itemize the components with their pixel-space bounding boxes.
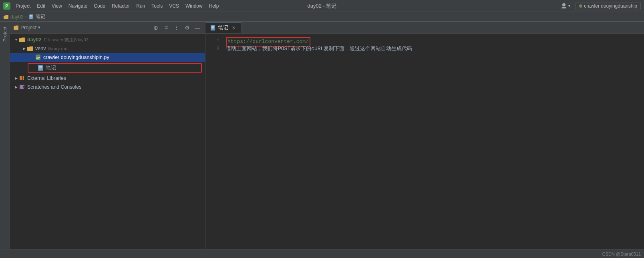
- crawler-py-label: crawler douyingduanshipin.py: [43, 55, 109, 60]
- svg-rect-19: [23, 76, 24, 80]
- chevron-down-icon: ▾: [568, 4, 570, 8]
- day02-path: E:\crawler(爬虫)\day02: [44, 37, 88, 43]
- menu-bar: Project Edit View Navigate Code Refactor…: [13, 2, 559, 10]
- svg-rect-3: [4, 16, 8, 19]
- title-right: ▾ crawler douyingduanship: [559, 2, 641, 10]
- breadcrumb: day02 › 笔记: [0, 12, 644, 22]
- menu-window[interactable]: Window: [183, 2, 205, 10]
- status-right: CSDN @Stara0511: [602, 252, 641, 256]
- title-bar: P Project Edit View Navigate Code Refact…: [0, 0, 644, 12]
- svg-rect-9: [19, 38, 25, 42]
- menu-run[interactable]: Run: [133, 2, 148, 10]
- menu-help[interactable]: Help: [206, 2, 222, 10]
- note-icon-tree: [37, 65, 44, 71]
- folder-icon-day02: [19, 37, 25, 43]
- menu-tools[interactable]: Tools: [149, 2, 165, 10]
- code-line-1: https://curlconverter.com/: [226, 37, 644, 45]
- svg-point-2: [562, 3, 566, 6]
- venv-label: venv: [35, 46, 46, 51]
- tree-item-crawler-py[interactable]: py crawler douyingduanshipin.py: [10, 53, 205, 62]
- scratches-label: Scratches and Consoles: [27, 84, 82, 90]
- breadcrumb-sep: ›: [25, 14, 27, 20]
- folder-icon: [3, 14, 9, 20]
- svg-text:py: py: [36, 56, 40, 59]
- editor-content: 1 2 https://curlconverter.com/ 借助上面网站，我们…: [205, 34, 644, 249]
- settings-btn[interactable]: ⚙: [183, 23, 191, 32]
- chevron-crawler-py: [29, 55, 35, 60]
- panel-folder-icon: [13, 25, 19, 30]
- venv-sublabel: library root: [48, 46, 68, 51]
- sidebar-strip: Project: [0, 22, 10, 249]
- status-bar: CSDN @Stara0511: [0, 249, 644, 258]
- tree-item-scratches[interactable]: ▶ Scratches and Consoles: [10, 83, 205, 91]
- svg-rect-17: [20, 76, 21, 80]
- editor-area: 笔记 ✕ 1 2 https://curlconverter.com/ 借助上面…: [205, 22, 644, 249]
- menu-code[interactable]: Code: [91, 2, 108, 10]
- window-title: day02 - 笔记: [308, 2, 337, 10]
- minimize-btn[interactable]: —: [193, 23, 202, 32]
- chevron-day02: ▾: [13, 37, 19, 43]
- svg-rect-10: [27, 47, 33, 51]
- tab-notes-label: 笔记: [218, 24, 228, 31]
- tree-item-day02[interactable]: ▾ day02 E:\crawler(爬虫)\day02: [10, 35, 205, 44]
- line-numbers: 1 2: [205, 34, 223, 249]
- run-indicator[interactable]: crawler douyingduanship: [576, 2, 641, 10]
- scratch-icon-tree: [19, 84, 25, 90]
- tree-item-external-libs[interactable]: ▶ External Libraries: [10, 74, 205, 83]
- line-num-1: 1: [205, 37, 219, 45]
- tab-close-btn[interactable]: ✕: [231, 25, 236, 31]
- panel-chevron[interactable]: ▾: [38, 25, 40, 30]
- svg-rect-8: [14, 26, 18, 30]
- code-line-2: 借助上面网站，我们将POST请求下的cURL复制下面，通过这个网站自动生成代码: [226, 45, 644, 53]
- tab-notes[interactable]: 笔记 ✕: [205, 22, 242, 33]
- compact-btn[interactable]: ≡: [162, 23, 171, 32]
- comment-text-1: 借助上面网站，我们将POST请求下的cURL复制下面，通过这个网站自动生成代码: [226, 46, 412, 52]
- run-label: crawler douyingduanship: [584, 3, 637, 9]
- file-tree-header: Project ▾ ⊕ ≡ ⋮ ⚙ —: [10, 22, 205, 34]
- chevron-venv: ▶: [21, 46, 27, 51]
- editor-text[interactable]: https://curlconverter.com/ 借助上面网站，我们将POS…: [223, 34, 644, 249]
- add-btn[interactable]: ⊕: [151, 23, 160, 32]
- panel-title-text: Project: [20, 24, 36, 30]
- chevron-external-libs: ▶: [13, 75, 19, 81]
- svg-text:P: P: [5, 4, 8, 8]
- run-status-dot: [579, 4, 582, 8]
- breadcrumb-notes[interactable]: 笔记: [36, 13, 45, 20]
- user-icon: [561, 3, 567, 9]
- chevron-scratches: ▶: [13, 84, 19, 90]
- app-icon: P: [3, 2, 10, 10]
- file-tree-content: ▾ day02 E:\crawler(爬虫)\day02 ▶: [10, 34, 205, 249]
- tree-item-notes[interactable]: 笔记: [28, 63, 202, 73]
- header-actions: ⊕ ≡ ⋮ ⚙ —: [151, 23, 202, 32]
- python-icon-crawler: py: [35, 54, 41, 61]
- chevron-notes: [32, 65, 37, 71]
- project-strip-label[interactable]: Project: [2, 26, 7, 42]
- menu-file[interactable]: Project: [13, 2, 33, 10]
- notes-label: 笔记: [46, 65, 56, 71]
- line-num-2: 2: [205, 45, 219, 53]
- folder-icon-venv: [27, 45, 33, 52]
- file-tree-panel: Project ▾ ⊕ ≡ ⋮ ⚙ — ▾ d: [10, 22, 205, 249]
- panel-title: Project ▾: [13, 24, 149, 30]
- breadcrumb-day02[interactable]: day02: [10, 14, 24, 20]
- menu-view[interactable]: View: [49, 2, 65, 10]
- svg-rect-18: [21, 76, 22, 80]
- lib-icon-external: [19, 75, 25, 81]
- tab-note-icon: [210, 25, 215, 30]
- split-btn[interactable]: ⋮: [172, 23, 181, 32]
- menu-navigate[interactable]: Navigate: [66, 2, 90, 10]
- external-libs-label: External Libraries: [27, 75, 66, 81]
- notes-item-wrapper: 笔记: [10, 62, 205, 74]
- menu-vcs[interactable]: VCS: [166, 2, 182, 10]
- editor-tabs: 笔记 ✕: [205, 22, 644, 34]
- user-menu[interactable]: ▾: [559, 2, 572, 10]
- tree-item-venv[interactable]: ▶ venv library root: [10, 44, 205, 53]
- menu-edit[interactable]: Edit: [34, 2, 48, 10]
- day02-label: day02: [27, 37, 41, 43]
- menu-refactor[interactable]: Refactor: [109, 2, 133, 10]
- main-layout: Project Project ▾ ⊕ ≡ ⋮ ⚙ —: [0, 22, 644, 249]
- note-icon-breadcrumb: [28, 14, 34, 20]
